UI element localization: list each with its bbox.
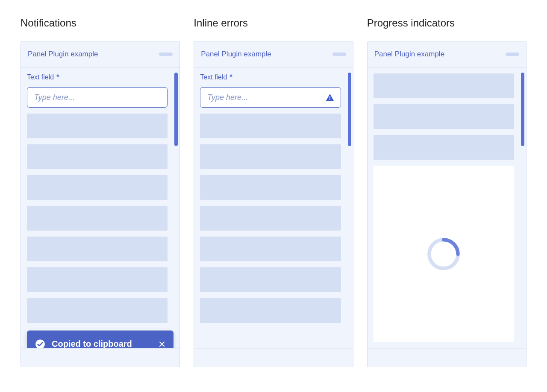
- loading-spinner-icon: [426, 236, 462, 272]
- column-inline-errors: Inline errors Panel Plugin example Text …: [194, 17, 353, 375]
- scrollbar-thumb[interactable]: [521, 73, 524, 146]
- panel-title: Panel Plugin example: [374, 50, 444, 59]
- panel-header: Panel Plugin example: [368, 41, 526, 67]
- panel-header: Panel Plugin example: [194, 41, 353, 67]
- text-field-input-wrapper[interactable]: [200, 87, 341, 108]
- required-asterisk: *: [56, 73, 59, 81]
- panel-drag-handle[interactable]: [332, 53, 346, 56]
- svg-rect-2: [329, 99, 330, 100]
- panel-body: Text field *: [194, 67, 353, 348]
- panel-drag-handle[interactable]: [159, 53, 173, 56]
- text-field-label-text: Text field: [27, 73, 54, 81]
- placeholder-block: [27, 298, 168, 323]
- panel-drag-handle[interactable]: [506, 53, 519, 56]
- placeholder-block: [373, 135, 514, 160]
- text-field-label-text: Text field: [200, 73, 227, 81]
- toast-divider: [151, 338, 151, 348]
- panel-progress: Panel Plugin example: [367, 41, 526, 367]
- panel-body: [368, 67, 526, 348]
- placeholder-block: [200, 267, 341, 292]
- panel-footer: [368, 348, 526, 367]
- column-title-progress: Progress indicators: [367, 17, 526, 29]
- text-field-input[interactable]: [206, 93, 325, 102]
- check-circle-icon: [35, 339, 46, 348]
- toast-notification: Copied to clipboard: [27, 331, 174, 348]
- svg-rect-1: [329, 96, 330, 99]
- placeholder-block: [373, 73, 514, 98]
- panel-notifications: Panel Plugin example Text field *: [21, 41, 180, 367]
- toast-close-button[interactable]: [158, 340, 166, 348]
- placeholder-block: [200, 298, 341, 323]
- panel-title: Panel Plugin example: [201, 50, 271, 59]
- placeholder-block: [27, 144, 168, 169]
- scrollbar-track[interactable]: [521, 73, 524, 343]
- panel-title: Panel Plugin example: [28, 50, 98, 59]
- placeholder-block: [200, 237, 341, 261]
- text-field-input[interactable]: [33, 93, 161, 102]
- page-root: Notifications Panel Plugin example Text …: [0, 0, 547, 392]
- alert-triangle-icon: [325, 93, 335, 102]
- panel-footer: [194, 348, 353, 367]
- panel-footer: [21, 348, 179, 367]
- placeholder-block: [200, 175, 341, 200]
- placeholder-block: [200, 144, 341, 169]
- placeholder-block: [200, 206, 341, 231]
- text-field-label: Text field *: [200, 73, 347, 81]
- text-field-label: Text field *: [27, 73, 174, 81]
- scrollbar-thumb[interactable]: [174, 73, 178, 146]
- scrollbar-thumb[interactable]: [348, 73, 351, 146]
- placeholder-block: [27, 237, 168, 261]
- progress-area: [373, 166, 514, 342]
- column-title-notifications: Notifications: [21, 17, 180, 29]
- placeholder-block: [27, 206, 168, 231]
- required-asterisk: *: [229, 73, 232, 81]
- svg-point-0: [35, 339, 45, 348]
- placeholder-block: [27, 175, 168, 200]
- column-title-inline-errors: Inline errors: [194, 17, 353, 29]
- placeholder-block: [373, 104, 514, 129]
- panel-header: Panel Plugin example: [21, 41, 179, 67]
- text-field-input-wrapper[interactable]: [27, 87, 168, 108]
- toast-message: Copied to clipboard: [52, 338, 144, 348]
- scrollbar-track[interactable]: [174, 73, 178, 343]
- placeholder-block: [27, 267, 168, 292]
- column-progress: Progress indicators Panel Plugin example: [367, 17, 526, 375]
- placeholder-block: [27, 114, 168, 138]
- panel-inline-errors: Panel Plugin example Text field *: [194, 41, 353, 367]
- panel-body: Text field *: [21, 67, 179, 348]
- placeholder-block: [200, 114, 341, 138]
- scrollbar-track[interactable]: [348, 73, 351, 343]
- close-icon: [159, 341, 165, 348]
- column-notifications: Notifications Panel Plugin example Text …: [21, 17, 180, 375]
